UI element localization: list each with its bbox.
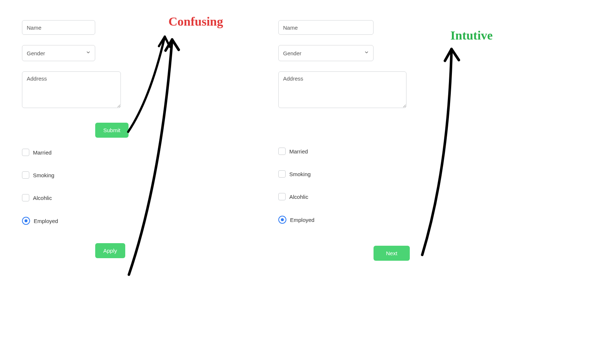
form-confusing: Gender Submit Married Smoking Alcohlic bbox=[22, 20, 205, 269]
gender-field: Gender bbox=[278, 45, 374, 61]
apply-row: Apply bbox=[95, 243, 205, 258]
checkbox-icon bbox=[22, 194, 29, 201]
employed-row[interactable]: Employed bbox=[22, 217, 205, 225]
form-intuitive: Gender Married Smoking Alcohlic bbox=[278, 20, 461, 261]
checkbox-icon bbox=[22, 149, 29, 156]
radio-icon bbox=[278, 216, 286, 224]
gender-field: Gender bbox=[22, 45, 95, 61]
apply-button[interactable]: Apply bbox=[95, 243, 125, 258]
annotation-confusing: Confusing bbox=[168, 15, 223, 29]
name-field bbox=[278, 20, 461, 35]
next-row: Next bbox=[374, 246, 461, 261]
name-input[interactable] bbox=[278, 20, 374, 35]
alcoholic-row[interactable]: Alcohlic bbox=[278, 193, 461, 200]
married-label: Married bbox=[33, 149, 52, 156]
checkbox-group: Married Smoking Alcohlic Employed bbox=[22, 149, 205, 225]
gender-select[interactable]: Gender bbox=[22, 45, 95, 61]
employed-label: Employed bbox=[34, 218, 58, 224]
next-button[interactable]: Next bbox=[374, 246, 410, 261]
radio-icon bbox=[22, 217, 30, 225]
alcoholic-label: Alcohlic bbox=[33, 195, 52, 201]
address-textarea[interactable] bbox=[278, 71, 406, 108]
checkbox-group: Married Smoking Alcohlic Employed bbox=[278, 148, 461, 224]
married-row[interactable]: Married bbox=[22, 149, 205, 156]
alcoholic-row[interactable]: Alcohlic bbox=[22, 194, 205, 201]
alcoholic-label: Alcohlic bbox=[289, 194, 308, 200]
checkbox-icon bbox=[278, 170, 286, 178]
annotation-intuitive: Intutive bbox=[450, 29, 493, 42]
address-field bbox=[278, 71, 461, 109]
checkbox-icon bbox=[22, 171, 29, 179]
submit-button[interactable]: Submit bbox=[95, 123, 129, 138]
smoking-row[interactable]: Smoking bbox=[278, 170, 461, 178]
smoking-label: Smoking bbox=[289, 171, 311, 177]
smoking-row[interactable]: Smoking bbox=[22, 171, 205, 179]
employed-label: Employed bbox=[290, 217, 315, 223]
married-row[interactable]: Married bbox=[278, 148, 461, 155]
employed-row[interactable]: Employed bbox=[278, 216, 461, 224]
married-label: Married bbox=[289, 148, 308, 155]
spacer bbox=[278, 120, 461, 145]
checkbox-icon bbox=[278, 148, 286, 155]
submit-row: Submit bbox=[95, 123, 205, 138]
smoking-label: Smoking bbox=[33, 172, 54, 178]
address-textarea[interactable] bbox=[22, 71, 121, 108]
diagram-stage: Gender Submit Married Smoking Alcohlic bbox=[0, 0, 598, 364]
gender-select[interactable]: Gender bbox=[278, 45, 374, 61]
checkbox-icon bbox=[278, 193, 286, 200]
address-field bbox=[22, 71, 205, 109]
name-input[interactable] bbox=[22, 20, 95, 35]
